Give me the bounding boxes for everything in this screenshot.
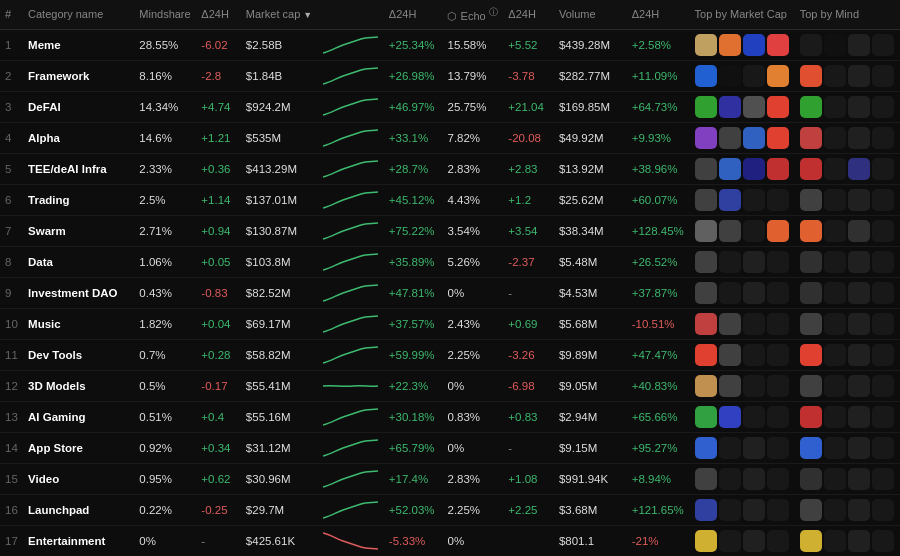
row-marketcap: $535M	[241, 122, 318, 153]
row-mc-delta: +25.34%	[384, 29, 443, 60]
row-echo: 0.83%	[442, 401, 503, 432]
row-echo-delta: +0.69	[503, 308, 554, 339]
row-vol-delta: +121.65%	[627, 494, 690, 525]
col-top-mind: Top by Mind	[795, 0, 900, 29]
row-volume: $801.1	[554, 525, 627, 556]
table-row: 3 DeFAI 14.34% +4.74 $924.2M +46.97% 25.…	[0, 91, 900, 122]
row-category: TEE/deAI Infra	[23, 153, 134, 184]
row-top-market	[690, 463, 795, 494]
row-marketcap: $137.01M	[241, 184, 318, 215]
row-mc-delta: +35.89%	[384, 246, 443, 277]
table-row: 17 Entertainment 0% - $425.61K -5.33% 0%…	[0, 525, 900, 556]
row-spark	[318, 339, 384, 370]
row-echo-delta: -3.78	[503, 60, 554, 91]
col-mindshare: Mindshare	[134, 0, 196, 29]
row-category: Alpha	[23, 122, 134, 153]
row-spark	[318, 370, 384, 401]
row-marketcap: $1.84B	[241, 60, 318, 91]
row-echo: 0%	[442, 525, 503, 556]
row-category: Launchpad	[23, 494, 134, 525]
row-mind-delta: +0.36	[196, 153, 241, 184]
table-row: 8 Data 1.06% +0.05 $103.8M +35.89% 5.26%…	[0, 246, 900, 277]
row-echo-delta: +3.54	[503, 215, 554, 246]
row-marketcap: $2.58B	[241, 29, 318, 60]
row-spark	[318, 494, 384, 525]
row-echo: 15.58%	[442, 29, 503, 60]
row-top-mind	[795, 91, 900, 122]
row-category: Video	[23, 463, 134, 494]
row-top-mind	[795, 339, 900, 370]
row-volume: $5.68M	[554, 308, 627, 339]
row-echo-delta: +1.08	[503, 463, 554, 494]
row-mind-delta: -0.17	[196, 370, 241, 401]
row-mind-delta: +1.14	[196, 184, 241, 215]
row-echo-delta: -3.26	[503, 339, 554, 370]
row-num: 6	[0, 184, 23, 215]
row-category: Music	[23, 308, 134, 339]
row-mc-delta: +45.12%	[384, 184, 443, 215]
category-table: # Category name Mindshare Δ24H Market ca…	[0, 0, 900, 556]
col-volume: Volume	[554, 0, 627, 29]
row-category: Dev Tools	[23, 339, 134, 370]
table-row: 15 Video 0.95% +0.62 $30.96M +17.4% 2.83…	[0, 463, 900, 494]
row-echo-delta: +2.83	[503, 153, 554, 184]
row-spark	[318, 277, 384, 308]
row-spark	[318, 401, 384, 432]
row-volume: $439.28M	[554, 29, 627, 60]
row-top-mind	[795, 29, 900, 60]
row-spark	[318, 91, 384, 122]
row-vol-delta: +2.58%	[627, 29, 690, 60]
row-marketcap: $31.12M	[241, 432, 318, 463]
row-vol-delta: +65.66%	[627, 401, 690, 432]
row-top-market	[690, 308, 795, 339]
row-mindshare: 2.33%	[134, 153, 196, 184]
table-row: 9 Investment DAO 0.43% -0.83 $82.52M +47…	[0, 277, 900, 308]
row-num: 14	[0, 432, 23, 463]
row-vol-delta: +47.47%	[627, 339, 690, 370]
row-mindshare: 14.34%	[134, 91, 196, 122]
row-volume: $169.85M	[554, 91, 627, 122]
row-marketcap: $58.82M	[241, 339, 318, 370]
row-echo-delta: -	[503, 432, 554, 463]
row-mind-delta: +0.94	[196, 215, 241, 246]
row-marketcap: $30.96M	[241, 463, 318, 494]
row-category: Framework	[23, 60, 134, 91]
col-echo: ⬡ Echo ⓘ	[442, 0, 503, 29]
row-num: 15	[0, 463, 23, 494]
row-category: AI Gaming	[23, 401, 134, 432]
row-top-market	[690, 494, 795, 525]
row-echo: 25.75%	[442, 91, 503, 122]
row-echo: 2.83%	[442, 463, 503, 494]
table-header: # Category name Mindshare Δ24H Market ca…	[0, 0, 900, 29]
row-spark	[318, 122, 384, 153]
row-spark	[318, 184, 384, 215]
row-top-mind	[795, 432, 900, 463]
table-row: 6 Trading 2.5% +1.14 $137.01M +45.12% 4.…	[0, 184, 900, 215]
row-volume: $49.92M	[554, 122, 627, 153]
col-vol-delta: Δ24H	[627, 0, 690, 29]
table-row: 2 Framework 8.16% -2.8 $1.84B +26.98% 13…	[0, 60, 900, 91]
row-marketcap: $69.17M	[241, 308, 318, 339]
row-mc-delta: +28.7%	[384, 153, 443, 184]
row-mindshare: 0.92%	[134, 432, 196, 463]
row-top-market	[690, 184, 795, 215]
col-top-market: Top by Market Cap	[690, 0, 795, 29]
row-spark	[318, 525, 384, 556]
row-num: 2	[0, 60, 23, 91]
row-vol-delta: +9.93%	[627, 122, 690, 153]
row-num: 13	[0, 401, 23, 432]
row-vol-delta: +128.45%	[627, 215, 690, 246]
table-row: 5 TEE/deAI Infra 2.33% +0.36 $413.29M +2…	[0, 153, 900, 184]
row-num: 10	[0, 308, 23, 339]
row-num: 12	[0, 370, 23, 401]
col-category: Category name	[23, 0, 134, 29]
table-row: 14 App Store 0.92% +0.34 $31.12M +65.79%…	[0, 432, 900, 463]
row-echo-delta	[503, 525, 554, 556]
row-top-market	[690, 401, 795, 432]
row-spark	[318, 29, 384, 60]
row-echo-delta: +21.04	[503, 91, 554, 122]
row-num: 7	[0, 215, 23, 246]
row-num: 8	[0, 246, 23, 277]
row-echo-delta: -	[503, 277, 554, 308]
row-mind-delta: -	[196, 525, 241, 556]
